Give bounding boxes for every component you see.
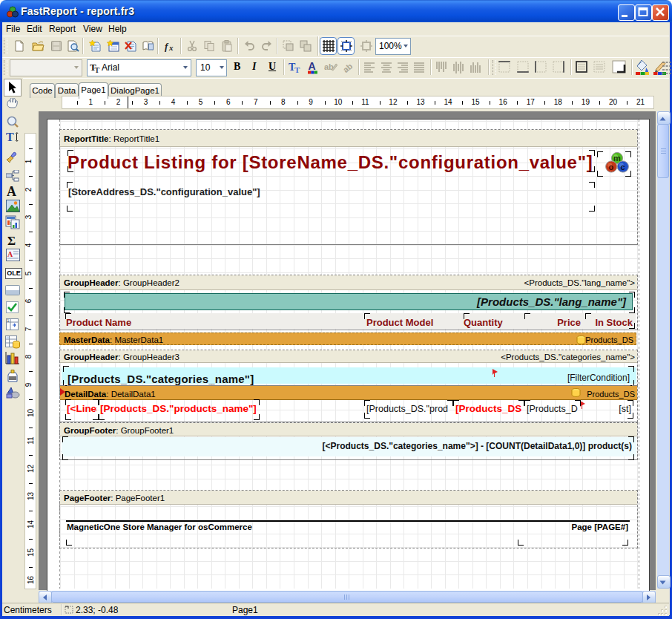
svg-text:o: o [609, 163, 614, 171]
svg-text:ab: ab [342, 61, 355, 73]
svg-text:1: 1 [7, 318, 10, 323]
svg-text:A: A [7, 184, 16, 198]
svg-text:T: T [6, 131, 14, 143]
svg-text:T: T [95, 66, 100, 73]
svg-text:A: A [7, 250, 13, 258]
svg-text:m: m [613, 154, 621, 163]
svg-text:T: T [294, 65, 300, 73]
svg-text:x: x [168, 43, 174, 52]
svg-text:Σ: Σ [7, 234, 16, 247]
svg-text:c: c [621, 163, 625, 171]
svg-text:A: A [309, 60, 316, 72]
